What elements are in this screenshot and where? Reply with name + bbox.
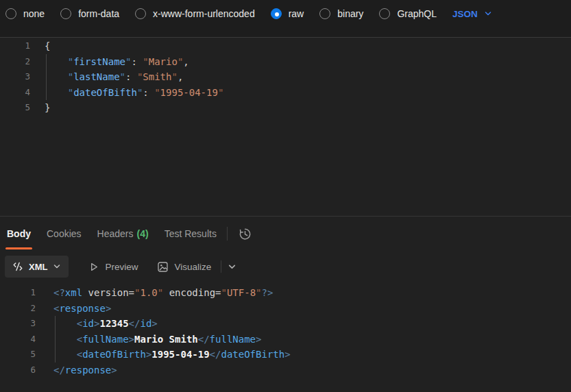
more-view-options-button[interactable] xyxy=(228,262,236,271)
code-line[interactable]: 5} xyxy=(0,100,571,116)
code-text: "lastName": "Smith", xyxy=(30,69,183,85)
tabbar-divider xyxy=(227,227,228,241)
visualize-label: Visualize xyxy=(174,262,211,272)
radio-circle-icon xyxy=(5,8,16,19)
code-line: 1<?xml version="1.0" encoding="UTF-8"?> xyxy=(0,285,571,301)
preview-label: Preview xyxy=(105,262,138,272)
body-type-option-form-data[interactable]: form-data xyxy=(60,8,119,19)
code-line: 4 <fullName>Mario Smith</fullName> xyxy=(0,332,571,347)
radio-label: GraphQL xyxy=(397,8,437,19)
clock-history-icon xyxy=(238,227,252,241)
code-line[interactable]: 3 "lastName": "Smith", xyxy=(0,69,571,85)
response-format-dropdown[interactable]: XML xyxy=(5,256,69,278)
tab-test-results[interactable]: Test Results xyxy=(165,217,217,251)
play-icon xyxy=(88,261,99,273)
body-type-option-x-www-form-urlencoded[interactable]: x-www-form-urlencoded xyxy=(135,8,255,19)
chevron-down-icon xyxy=(53,262,61,271)
chevron-down-icon xyxy=(228,262,236,271)
line-number: 5 xyxy=(0,100,30,116)
request-body-editor[interactable]: 1{2 "firstName": "Mario",3 "lastName": "… xyxy=(0,38,571,216)
preview-button[interactable]: Preview xyxy=(88,261,138,273)
radio-label: none xyxy=(23,8,45,19)
code-line[interactable]: 1{ xyxy=(0,38,571,54)
line-number: 2 xyxy=(0,301,36,317)
line-number: 5 xyxy=(0,347,36,363)
visualize-button[interactable]: Visualize xyxy=(157,261,211,273)
code-text: <?xml version="1.0" encoding="UTF-8"?> xyxy=(36,285,273,301)
line-number: 3 xyxy=(0,316,36,332)
body-type-selector-bar: noneform-datax-www-form-urlencodedrawbin… xyxy=(0,0,571,38)
radio-circle-icon xyxy=(60,8,71,19)
response-tabs: BodyCookiesHeaders(4)Test Results xyxy=(7,217,217,251)
code-text: } xyxy=(30,100,50,116)
tab-label: Cookies xyxy=(47,228,82,239)
response-toolbar: XML Preview Visualize xyxy=(0,251,571,282)
response-tabbar: BodyCookiesHeaders(4)Test Results xyxy=(0,217,571,251)
tab-label: Headers xyxy=(97,228,134,239)
response-pane: BodyCookiesHeaders(4)Test Results XML xyxy=(0,216,571,378)
radio-circle-icon xyxy=(135,8,146,19)
code-text: "dateOfBifth": "1995-04-19" xyxy=(30,85,223,101)
radio-label: binary xyxy=(337,8,363,19)
code-line[interactable]: 2 "firstName": "Mario", xyxy=(0,54,571,70)
body-type-option-none[interactable]: none xyxy=(5,8,45,19)
body-type-option-graphql[interactable]: GraphQL xyxy=(379,8,437,19)
code-text: </response> xyxy=(36,363,117,378)
line-number: 6 xyxy=(0,363,36,378)
radio-circle-icon xyxy=(271,8,282,19)
headers-count-badge: (4) xyxy=(137,228,149,239)
code-text: <id>12345</id> xyxy=(36,316,158,332)
code-text: <dateOfBirth>1995-04-19</dateOfBirth> xyxy=(36,347,291,363)
code-text: <fullName>Mario Smith</fullName> xyxy=(36,332,261,347)
body-type-option-raw[interactable]: raw xyxy=(271,8,304,19)
tab-cookies[interactable]: Cookies xyxy=(47,217,82,251)
line-number: 1 xyxy=(0,38,30,54)
body-type-options: noneform-datax-www-form-urlencodedrawbin… xyxy=(5,8,437,19)
radio-circle-icon xyxy=(379,8,390,19)
tab-headers[interactable]: Headers(4) xyxy=(97,217,149,251)
indent-guide xyxy=(55,316,56,363)
tab-label: Test Results xyxy=(165,228,217,239)
indent-guide xyxy=(46,54,47,101)
response-history-button[interactable] xyxy=(238,227,252,241)
chevron-down-icon xyxy=(484,10,492,18)
radio-circle-icon xyxy=(319,8,330,19)
radio-label: raw xyxy=(289,8,304,19)
raw-language-label: JSON xyxy=(452,9,478,19)
tab-body[interactable]: Body xyxy=(7,217,31,251)
code-line[interactable]: 4 "dateOfBifth": "1995-04-19" xyxy=(0,85,571,101)
line-number: 3 xyxy=(0,69,30,85)
code-line: 2<response> xyxy=(0,301,571,317)
radio-label: x-www-form-urlencoded xyxy=(153,8,255,19)
toolbar-divider xyxy=(221,260,221,273)
code-line: 3 <id>12345</id> xyxy=(0,316,571,332)
response-format-label: XML xyxy=(29,262,47,272)
line-number: 4 xyxy=(0,85,30,101)
code-text: <response> xyxy=(36,301,111,317)
body-type-option-binary[interactable]: binary xyxy=(319,8,363,19)
code-text: { xyxy=(30,38,50,54)
code-line: 5 <dateOfBirth>1995-04-19</dateOfBirth> xyxy=(0,347,571,363)
line-number: 2 xyxy=(0,54,30,70)
radio-label: form-data xyxy=(78,8,119,19)
code-slash-icon xyxy=(12,261,23,272)
raw-language-dropdown[interactable]: JSON xyxy=(452,8,492,19)
tab-label: Body xyxy=(7,228,31,239)
line-number: 1 xyxy=(0,285,36,301)
code-line: 6</response> xyxy=(0,363,571,378)
response-body-viewer: 1<?xml version="1.0" encoding="UTF-8"?>2… xyxy=(0,282,571,378)
line-number: 4 xyxy=(0,332,36,347)
code-text: "firstName": "Mario", xyxy=(30,54,189,70)
image-icon xyxy=(157,261,169,273)
